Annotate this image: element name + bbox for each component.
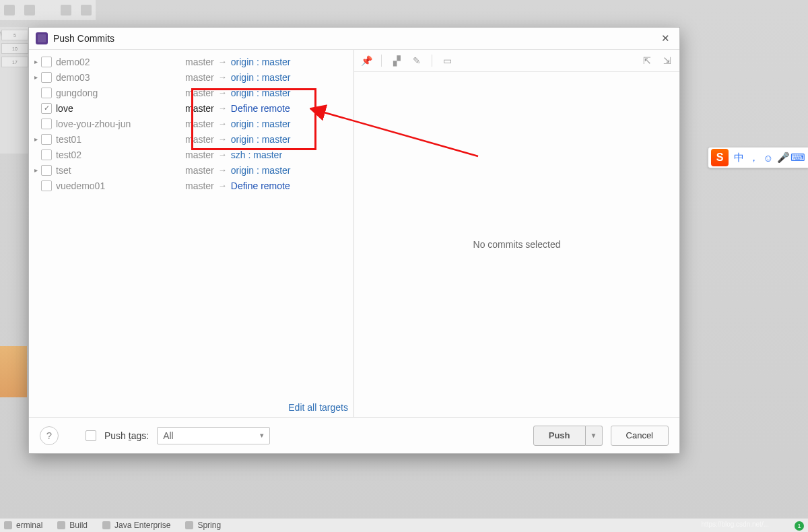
push-tags-checkbox[interactable]	[86, 430, 96, 441]
arrow-icon: →	[218, 57, 227, 67]
repo-name: demo02	[56, 57, 143, 67]
repo-checkbox[interactable]	[41, 57, 52, 67]
ime-panel[interactable]: S 中 ， ☺ 🎤 ⌨	[708, 147, 808, 168]
branch-mapping[interactable]: master→szh : master	[185, 149, 282, 160]
repo-row[interactable]: ▸vuedemo01master→Define remote	[29, 178, 354, 193]
branch-mapping[interactable]: master→origin : master	[185, 72, 291, 83]
repo-row[interactable]: ▸demo02master→origin : master	[29, 54, 354, 69]
repo-list[interactable]: ▸demo02master→origin : master▸demo03mast…	[29, 50, 354, 398]
local-branch: master	[185, 165, 214, 176]
repo-row[interactable]: ▸test01master→origin : master	[29, 131, 354, 147]
remote-branch-link[interactable]: origin : master	[231, 119, 291, 129]
branch-mapping[interactable]: master→origin : master	[185, 57, 291, 67]
gutter: 5 10 17	[0, 27, 30, 154]
repo-checkbox[interactable]	[41, 149, 52, 160]
status-tab[interactable]: Spring	[185, 521, 221, 530]
status-tab[interactable]: Build	[57, 521, 88, 530]
define-remote-link[interactable]: Define remote	[231, 103, 290, 114]
expander-icon[interactable]: ▸	[32, 73, 40, 81]
separator	[432, 55, 432, 67]
dialog-titlebar[interactable]: Push Commits ✕	[29, 28, 679, 50]
ime-voice-icon[interactable]: 🎤	[776, 152, 790, 164]
panel-icon[interactable]: ▭	[440, 54, 454, 67]
arrow-icon: →	[218, 149, 227, 160]
edit-all-targets-link[interactable]: Edit all targets	[29, 398, 354, 417]
toolbar-icon	[24, 5, 35, 15]
build-icon	[57, 521, 65, 529]
pin-icon[interactable]: 📌	[360, 54, 373, 67]
diff-icon[interactable]: ▞	[390, 54, 403, 67]
intellij-icon	[36, 32, 48, 44]
repo-checkbox[interactable]	[41, 165, 52, 176]
branch-mapping[interactable]: master→Define remote	[185, 180, 290, 191]
terminal-icon	[4, 521, 12, 529]
expander-icon[interactable]: ▸	[32, 135, 40, 143]
remote-branch-link[interactable]: origin : master	[231, 72, 291, 83]
repo-checkbox[interactable]	[41, 180, 52, 191]
repo-checkbox[interactable]	[41, 119, 52, 129]
local-branch: master	[185, 88, 214, 98]
ime-logo-icon[interactable]: S	[711, 149, 729, 166]
repo-pane: ▸demo02master→origin : master▸demo03mast…	[29, 50, 354, 417]
branch-mapping[interactable]: master→origin : master	[185, 165, 291, 176]
branch-mapping[interactable]: master→Define remote	[185, 103, 290, 114]
ime-lang[interactable]: 中	[731, 152, 746, 164]
branch-mapping[interactable]: master→origin : master	[185, 88, 291, 98]
repo-row[interactable]: ▸gungdongmaster→origin : master	[29, 85, 354, 100]
help-icon[interactable]: ?	[40, 426, 59, 445]
repo-name: test01	[56, 134, 143, 145]
notification-badge[interactable]: 1	[795, 521, 804, 531]
repo-row[interactable]: ▸tsetmaster→origin : master	[29, 162, 354, 178]
repo-name: demo03	[56, 72, 143, 83]
dialog-title: Push Commits	[53, 33, 114, 44]
repo-row[interactable]: ▸love-you-zhou-junmaster→origin : master	[29, 116, 354, 131]
repo-row[interactable]: ▸test02master→szh : master	[29, 147, 354, 162]
preview-toolbar: 📌 ▞ ✎ ▭ ⇱ ⇲	[354, 50, 679, 72]
push-dropdown-icon[interactable]: ▼	[586, 426, 603, 446]
remote-branch-link[interactable]: origin : master	[231, 57, 291, 67]
cancel-button[interactable]: Cancel	[611, 426, 669, 446]
push-tags-label: Push tags:	[104, 430, 149, 441]
watermark: https://blog.csdn.net/...	[701, 521, 769, 528]
repo-checkbox[interactable]	[41, 72, 52, 83]
gutter-cell: 10	[1, 43, 28, 54]
remote-branch-link[interactable]: origin : master	[231, 88, 291, 98]
push-button-group: Push ▼	[533, 426, 603, 446]
branch-mapping[interactable]: master→origin : master	[185, 119, 291, 129]
push-button[interactable]: Push	[533, 426, 586, 446]
status-tab[interactable]: erminal	[4, 521, 42, 530]
arrow-icon: →	[218, 103, 227, 113]
arrow-icon: →	[218, 72, 227, 82]
repo-checkbox[interactable]	[41, 103, 52, 114]
expand-icon[interactable]: ⇱	[640, 54, 654, 67]
repo-name: love-you-zhou-jun	[56, 119, 143, 129]
status-bar: erminal Build Java Enterprise Spring	[0, 519, 808, 532]
ide-toolbar	[0, 0, 96, 20]
local-branch: master	[185, 149, 214, 160]
ime-keyboard-icon[interactable]: ⌨	[790, 152, 805, 164]
repo-checkbox[interactable]	[41, 88, 52, 98]
remote-branch-link[interactable]: origin : master	[231, 165, 291, 176]
collapse-icon[interactable]: ⇲	[661, 54, 674, 67]
repo-row[interactable]: ▸lovemaster→Define remote	[29, 100, 354, 116]
repo-checkbox[interactable]	[41, 134, 52, 145]
close-icon[interactable]: ✕	[658, 31, 673, 46]
expander-icon[interactable]: ▸	[32, 166, 40, 174]
push-tags-combo[interactable]: All	[157, 427, 270, 444]
remote-branch-link[interactable]: szh : master	[231, 149, 282, 160]
edit-icon[interactable]: ✎	[410, 54, 424, 67]
expander-icon[interactable]: ▸	[32, 58, 40, 66]
local-branch: master	[185, 72, 214, 83]
remote-branch-link[interactable]: origin : master	[231, 134, 291, 145]
local-branch: master	[185, 57, 214, 67]
gutter-cell: 17	[1, 57, 28, 67]
branch-mapping[interactable]: master→origin : master	[185, 134, 291, 145]
repo-name: love	[56, 103, 143, 114]
define-remote-link[interactable]: Define remote	[231, 180, 290, 191]
ime-punct[interactable]: ，	[746, 152, 761, 164]
status-tab[interactable]: Java Enterprise	[102, 521, 170, 530]
repo-row[interactable]: ▸demo03master→origin : master	[29, 69, 354, 85]
ime-emoji-icon[interactable]: ☺	[761, 152, 776, 164]
local-branch: master	[185, 119, 214, 129]
dialog-footer: ? Push tags: All Push ▼ Cancel	[29, 417, 679, 453]
